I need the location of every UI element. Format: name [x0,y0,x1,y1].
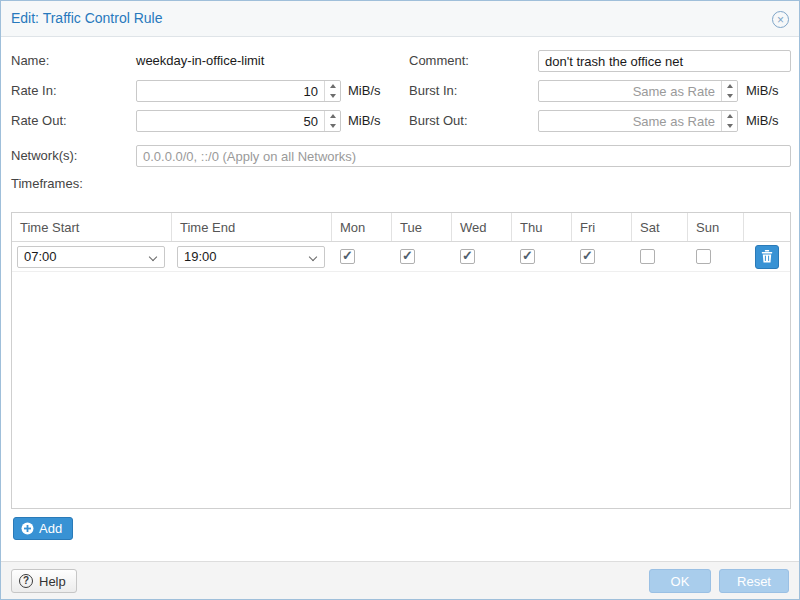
delete-row-button[interactable] [755,245,779,269]
rate-out-label: Rate Out: [11,110,67,132]
spin-down-button[interactable] [722,91,737,101]
spin-up-button[interactable] [722,111,737,121]
time-end-value: 19:00 [184,249,217,264]
time-start-value: 07:00 [24,249,57,264]
add-timeframe-button[interactable]: Add [13,517,73,540]
add-button-label: Add [39,521,62,536]
burst-in-field [538,80,738,102]
rate-out-spinner [324,111,340,131]
col-header-mon: Mon [332,213,392,241]
ok-button[interactable]: OK [649,569,711,593]
edit-traffic-control-rule-dialog: Edit: Traffic Control Rule × Name: weekd… [0,0,800,600]
help-button-label: Help [39,574,66,589]
rate-in-field [136,80,341,102]
spin-up-button[interactable] [325,81,340,91]
help-button[interactable]: ? Help [11,569,77,593]
col-header-tue: Tue [392,213,452,241]
comment-input[interactable] [538,50,791,72]
rate-in-spinner [324,81,340,101]
rate-in-unit: MiB/s [348,80,381,102]
networks-input[interactable] [136,145,791,167]
col-header-time-end: Time End [172,213,332,241]
help-icon: ? [19,574,33,588]
close-button[interactable]: × [772,11,789,28]
reset-button[interactable]: Reset [719,569,789,593]
rate-in-input[interactable] [136,80,341,102]
burst-in-input[interactable] [538,80,738,102]
plus-circle-icon [21,522,34,535]
networks-label: Network(s): [11,145,77,167]
burst-out-spinner [721,111,737,131]
col-header-fri: Fri [572,213,632,241]
burst-out-unit: MiB/s [746,110,779,132]
col-header-sun: Sun [688,213,744,241]
burst-in-label: Burst In: [409,80,457,102]
close-icon: × [777,14,784,26]
chevron-up-icon [727,84,733,88]
chevron-down-icon [330,124,336,128]
col-header-wed: Wed [452,213,512,241]
burst-in-spinner [721,81,737,101]
col-header-thu: Thu [512,213,572,241]
rate-out-input[interactable] [136,110,341,132]
time-end-combo[interactable]: 19:00 [177,246,325,268]
networks-field [136,145,791,167]
checkbox-sun[interactable] [696,249,711,264]
col-header-sat: Sat [632,213,688,241]
spin-up-button[interactable] [722,81,737,91]
checkbox-fri[interactable] [580,249,595,264]
chevron-up-icon [727,114,733,118]
rate-out-unit: MiB/s [348,110,381,132]
chevron-up-icon [330,84,336,88]
grid-header: Time Start Time End Mon Tue Wed Thu Fri … [12,213,790,242]
checkbox-thu[interactable] [520,249,535,264]
chevron-up-icon [330,114,336,118]
spin-down-button[interactable] [325,91,340,101]
dialog-header: Edit: Traffic Control Rule × [1,1,799,37]
col-header-time-start: Time Start [12,213,172,241]
rate-out-field [136,110,341,132]
checkbox-sat[interactable] [640,249,655,264]
burst-out-label: Burst Out: [409,110,468,132]
time-start-combo[interactable]: 07:00 [17,246,165,268]
grid-empty-area [12,272,790,508]
rate-in-label: Rate In: [11,80,57,102]
chevron-down-icon [330,94,336,98]
chevron-down-icon [149,252,157,260]
burst-in-unit: MiB/s [746,80,779,102]
spin-up-button[interactable] [325,111,340,121]
burst-out-field [538,110,738,132]
timeframes-label: Timeframes: [11,173,83,195]
burst-out-input[interactable] [538,110,738,132]
trash-icon [761,250,773,263]
chevron-down-icon [727,124,733,128]
spin-down-button[interactable] [722,121,737,131]
spin-down-button[interactable] [325,121,340,131]
chevron-down-icon [309,252,317,260]
comment-field [538,50,791,72]
dialog-footer: ? Help OK Reset [1,561,799,599]
timeframe-row: 07:00 19:00 [12,242,790,272]
dialog-title: Edit: Traffic Control Rule [11,1,162,36]
comment-label: Comment: [409,50,469,72]
name-label: Name: [11,50,49,72]
checkbox-tue[interactable] [400,249,415,264]
timeframes-grid: Time Start Time End Mon Tue Wed Thu Fri … [11,212,791,509]
checkbox-wed[interactable] [460,249,475,264]
checkbox-mon[interactable] [340,249,355,264]
col-header-actions [744,213,790,241]
chevron-down-icon [727,94,733,98]
name-value: weekday-in-office-limit [136,50,264,72]
